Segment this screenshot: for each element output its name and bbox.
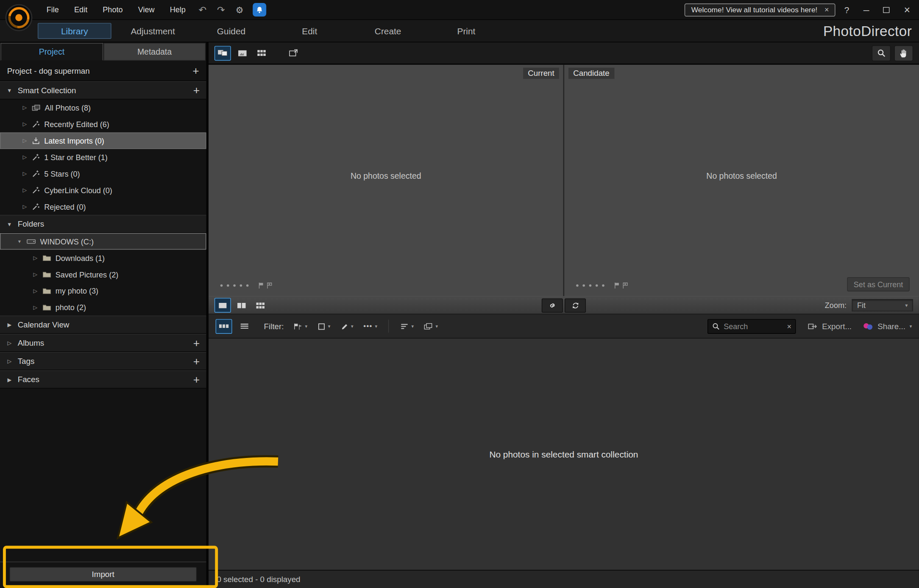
triangle-right-icon[interactable]: ▶ [6, 322, 12, 327]
notifications-bell-button[interactable] [253, 3, 267, 17]
tab-edit[interactable]: Edit [270, 26, 349, 36]
reject-flag-icon[interactable] [266, 282, 273, 289]
expander-icon[interactable]: ▷ [22, 138, 28, 144]
pick-flag-icon[interactable] [614, 282, 620, 289]
section-albums[interactable]: ▷ Albums + [0, 334, 206, 352]
tree-item-photo[interactable]: ▷ photo (2) [0, 299, 206, 316]
rating-dot[interactable] [589, 284, 592, 287]
triangle-right-icon[interactable]: ▶ [6, 377, 12, 383]
split-layout-button[interactable] [233, 298, 250, 313]
expander-icon[interactable]: ▷ [32, 255, 38, 261]
tree-item-cyberlink-cloud[interactable]: ▷ CyberLink Cloud (0) [0, 182, 206, 198]
menu-help[interactable]: Help [162, 3, 193, 17]
rating-dot[interactable] [233, 284, 236, 287]
add-project-button[interactable]: + [192, 65, 199, 76]
tree-item-all-photos[interactable]: ▷ All Photos (8) [0, 100, 206, 116]
add-smart-collection-button[interactable]: + [193, 85, 200, 96]
stack-photos-button[interactable]: ▾ [421, 321, 441, 332]
tab-project[interactable]: Project [0, 43, 103, 61]
pick-flag-icon[interactable] [258, 282, 265, 289]
section-calendar-view[interactable]: ▶ Calendar View [0, 316, 206, 334]
expander-icon[interactable]: ▷ [32, 272, 38, 277]
tree-item-recently-edited[interactable]: ▷ Recently Edited (6) [0, 116, 206, 133]
rating-dot[interactable] [576, 284, 579, 287]
menu-photo[interactable]: Photo [95, 3, 130, 17]
section-tags[interactable]: ▷ Tags + [0, 352, 206, 370]
section-folders[interactable]: ▼ Folders [0, 215, 206, 233]
flag-filter-button[interactable]: ▾ [290, 321, 310, 332]
import-button[interactable]: Import [9, 567, 197, 582]
maximize-button[interactable] [878, 7, 895, 13]
close-button[interactable]: × [899, 4, 916, 15]
tab-create[interactable]: Create [349, 26, 427, 36]
tree-item-rejected[interactable]: ▷ Rejected (0) [0, 198, 206, 215]
expander-icon[interactable]: ▷ [22, 171, 28, 177]
label-filter-button[interactable]: ▾ [315, 321, 333, 332]
link-panes-button[interactable] [542, 298, 563, 312]
minimize-button[interactable]: ─ [858, 6, 874, 14]
triangle-right-icon[interactable]: ▷ [6, 340, 12, 346]
rating-dot[interactable] [246, 284, 249, 287]
tree-item-one-star-or-better[interactable]: ▷ 1 Star or Better (1) [0, 149, 206, 166]
current-pane[interactable]: Current No photos selected [209, 65, 564, 296]
triangle-down-icon[interactable]: ▼ [6, 221, 12, 227]
rating-dot[interactable] [227, 284, 229, 287]
expander-icon[interactable]: ▷ [22, 105, 28, 111]
menu-file[interactable]: File [39, 3, 67, 17]
menu-view[interactable]: View [131, 3, 162, 17]
tab-guided[interactable]: Guided [192, 26, 270, 36]
add-tag-button[interactable]: + [193, 355, 200, 366]
expander-icon[interactable]: ▷ [22, 154, 28, 160]
triangle-right-icon[interactable]: ▷ [6, 358, 12, 364]
banner-close-icon[interactable]: × [824, 6, 829, 14]
expander-icon[interactable]: ▷ [32, 288, 38, 294]
search-box[interactable]: × [708, 319, 796, 334]
expander-down-icon[interactable]: ▾ [17, 239, 22, 244]
tree-item-my-photo[interactable]: ▷ my photo (3) [0, 283, 206, 299]
undo-icon[interactable]: ↶ [193, 5, 212, 14]
filmstrip-view-button[interactable] [216, 319, 232, 334]
export-button[interactable]: Export... [808, 322, 852, 330]
rating-dot[interactable] [582, 284, 585, 287]
sort-button[interactable]: ▾ [397, 321, 417, 332]
rating-dot[interactable] [240, 284, 242, 287]
grid-view-button[interactable] [253, 46, 270, 61]
menu-edit[interactable]: Edit [67, 3, 95, 17]
tree-item-downloads[interactable]: ▷ Downloads (1) [0, 250, 206, 266]
grid-layout-button[interactable] [252, 298, 269, 313]
single-view-button[interactable] [234, 46, 251, 61]
tutorial-banner[interactable]: Welcome! View all tutorial videos here! … [685, 3, 835, 17]
tab-metadata[interactable]: Metadata [103, 43, 206, 61]
tree-item-latest-imports[interactable]: ▷ Latest Imports (0) [0, 133, 206, 149]
list-view-button[interactable] [236, 319, 253, 334]
compare-view-button[interactable] [214, 46, 231, 61]
rating-dot[interactable] [602, 284, 604, 287]
share-button[interactable]: Share... ▾ [863, 322, 912, 330]
add-face-button[interactable]: + [193, 374, 200, 385]
redo-icon[interactable]: ↷ [212, 5, 231, 14]
clear-search-icon[interactable]: × [787, 322, 791, 330]
zoom-dropdown[interactable]: Fit ▾ [852, 299, 913, 311]
candidate-pane[interactable]: Candidate No photos selected Set as Curr… [564, 65, 919, 296]
section-smart-collection[interactable]: ▼ Smart Collection + [0, 81, 206, 100]
settings-gear-icon[interactable]: ⚙ [230, 6, 249, 14]
expander-icon[interactable]: ▷ [32, 304, 38, 310]
edited-filter-button[interactable]: ▾ [337, 321, 356, 332]
rating-dot[interactable] [220, 284, 223, 287]
tree-item-saved-pictures[interactable]: ▷ Saved Pictures (2) [0, 266, 206, 283]
tab-adjustment[interactable]: Adjustment [114, 26, 192, 36]
popout-viewer-button[interactable] [285, 46, 302, 61]
rating-dot[interactable] [596, 284, 598, 287]
reject-flag-icon[interactable] [622, 282, 629, 289]
pan-tool-button[interactable] [894, 45, 913, 61]
zoom-tool-button[interactable] [872, 45, 891, 61]
set-as-current-button[interactable]: Set as Current [847, 277, 909, 291]
single-layout-button[interactable] [214, 298, 231, 313]
tab-print[interactable]: Print [427, 26, 506, 36]
expander-icon[interactable]: ▷ [22, 187, 28, 193]
tab-library[interactable]: Library [38, 23, 111, 39]
section-faces[interactable]: ▶ Faces + [0, 370, 206, 388]
expander-icon[interactable]: ▷ [22, 204, 28, 210]
more-filters-button[interactable]: ••• ▾ [360, 321, 380, 331]
tree-item-five-stars[interactable]: ▷ 5 Stars (0) [0, 166, 206, 182]
